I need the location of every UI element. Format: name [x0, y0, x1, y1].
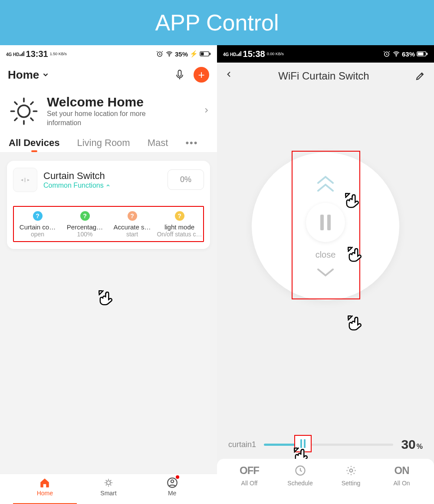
- nav-home[interactable]: Home: [13, 477, 77, 504]
- func-percentage[interactable]: ?Percentag…100%: [61, 211, 108, 238]
- clock-icon: [294, 464, 306, 477]
- network-icon: 4G HD: [6, 51, 24, 57]
- svg-rect-13: [427, 53, 428, 55]
- alarm-icon: [383, 50, 391, 58]
- highlight-box: [292, 151, 360, 299]
- network-icon: 4G HD: [223, 51, 241, 57]
- func-curtain-control[interactable]: ?Curtain co…open: [14, 211, 61, 238]
- device-thumbnail: ◂ ∥ ▸: [13, 168, 37, 192]
- page-title: WiFi Curtain Switch: [278, 70, 369, 82]
- alarm-icon: [156, 50, 164, 58]
- chevron-down-icon: [42, 71, 49, 79]
- svg-rect-4: [201, 53, 204, 56]
- hand-cursor-icon: [96, 289, 115, 308]
- sun-icon: [8, 95, 40, 127]
- banner-title: APP Control: [0, 0, 434, 45]
- device-card[interactable]: ◂ ∥ ▸ Curtain Switch Common Functions 0%…: [7, 161, 210, 249]
- battery-percent: 63%: [402, 50, 415, 58]
- status-time: 15:38: [243, 49, 265, 59]
- hand-cursor-icon: [343, 192, 362, 211]
- hand-cursor-icon: [345, 315, 365, 334]
- all-on-button[interactable]: ONAll On: [376, 463, 427, 504]
- gear-icon: [345, 464, 357, 477]
- device-control-screen: 4G HD 15:38 0.00 KB/s 63% WiFi Curtain S…: [217, 45, 434, 504]
- slider-label: curtain1: [228, 440, 256, 449]
- func-light-mode[interactable]: ?light modeOn/off status c…: [156, 211, 203, 238]
- notification-badge: [176, 475, 179, 479]
- status-bar: 4G HD 15:38 0.00 KB/s 63%: [217, 45, 434, 63]
- more-tabs-icon[interactable]: •••: [185, 137, 198, 149]
- func-accurate[interactable]: ?Accurate s…start: [108, 211, 156, 238]
- home-screen: 4G HD 13:31 1.50 KB/s 35% ⚡ Home + Welco…: [0, 45, 217, 504]
- add-button[interactable]: +: [194, 67, 209, 83]
- smart-icon: [103, 477, 114, 489]
- all-off-button[interactable]: OFFAll Off: [224, 463, 275, 504]
- chevron-up-icon: [105, 183, 111, 188]
- tab-master[interactable]: Mast: [148, 137, 168, 149]
- hand-cursor-icon: [345, 246, 365, 265]
- welcome-subtitle: Set your home location for more informat…: [47, 109, 158, 128]
- wifi-icon: [165, 50, 173, 58]
- charging-icon: ⚡: [190, 50, 198, 58]
- plus-icon: +: [198, 68, 204, 82]
- svg-point-16: [349, 469, 352, 472]
- svg-rect-14: [418, 53, 424, 56]
- tab-living-room[interactable]: Living Room: [77, 137, 130, 149]
- battery-percent: 35%: [175, 50, 188, 58]
- net-speed: 1.50 KB/s: [50, 52, 67, 56]
- svg-point-11: [396, 56, 397, 56]
- nav-smart[interactable]: Smart: [77, 477, 141, 504]
- net-speed: 0.00 KB/s: [267, 52, 284, 56]
- chevron-right-icon[interactable]: [203, 106, 209, 117]
- device-percent[interactable]: 0%: [168, 169, 204, 190]
- slider-value: 30%: [401, 437, 423, 452]
- device-title: Curtain Switch: [43, 170, 111, 182]
- svg-rect-5: [178, 70, 181, 76]
- welcome-title: Welcome Home: [47, 95, 158, 109]
- room-tabs: All Devices Living Room Mast •••: [0, 131, 217, 152]
- wifi-icon: [392, 50, 400, 58]
- svg-rect-3: [210, 53, 211, 55]
- svg-point-7: [107, 481, 111, 485]
- home-dropdown[interactable]: Home: [8, 68, 49, 82]
- nav-me[interactable]: Me: [140, 477, 204, 504]
- status-bar: 4G HD 13:31 1.50 KB/s 35% ⚡: [0, 45, 217, 63]
- back-button[interactable]: [226, 69, 233, 83]
- me-icon: [167, 477, 178, 489]
- mic-icon[interactable]: [174, 69, 186, 81]
- curtain-control-dial: close: [252, 153, 399, 300]
- tab-all-devices[interactable]: All Devices: [9, 137, 59, 149]
- curtain-slider[interactable]: [264, 444, 393, 446]
- svg-point-9: [171, 480, 174, 483]
- common-functions-toggle[interactable]: Common Functions: [43, 182, 111, 189]
- status-time: 13:31: [26, 49, 48, 59]
- edit-icon[interactable]: [415, 71, 425, 81]
- setting-button[interactable]: Setting: [326, 463, 376, 504]
- svg-point-1: [169, 56, 170, 56]
- battery-icon: [200, 51, 211, 57]
- home-icon: [39, 477, 50, 489]
- svg-point-6: [18, 105, 30, 117]
- schedule-button[interactable]: Schedule: [275, 463, 326, 504]
- battery-icon: [417, 51, 428, 57]
